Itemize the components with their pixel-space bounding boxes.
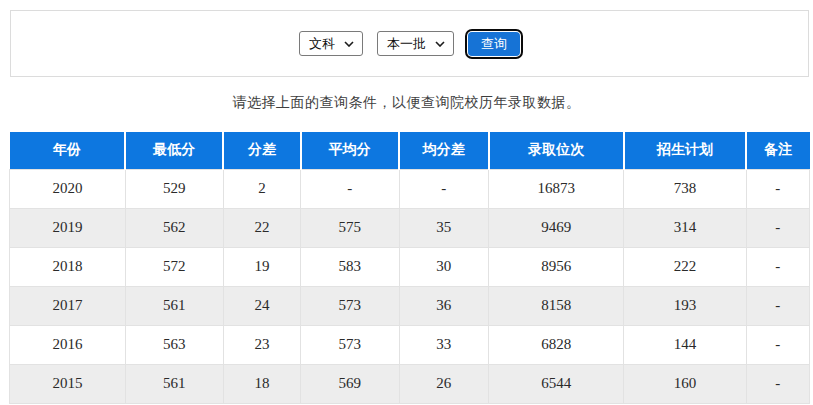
table-cell: 8956 xyxy=(489,247,624,286)
table-cell: 16873 xyxy=(489,169,624,208)
table-cell: 144 xyxy=(624,325,746,364)
table-cell: 2015 xyxy=(10,364,126,403)
table-row: 201956222575359469314- xyxy=(10,208,810,247)
results-table: 年份最低分分差平均分均分差录取位次招生计划备注 20205292--168737… xyxy=(9,132,810,404)
table-cell: 2016 xyxy=(10,325,126,364)
table-cell: 30 xyxy=(399,247,489,286)
table-row: 201556118569266544160- xyxy=(10,364,810,403)
table-cell: 738 xyxy=(624,169,746,208)
table-cell: 573 xyxy=(301,286,399,325)
table-cell: 193 xyxy=(624,286,746,325)
table-cell: 2019 xyxy=(10,208,126,247)
table-cell: - xyxy=(301,169,399,208)
table-header: 年份最低分分差平均分均分差录取位次招生计划备注 xyxy=(10,132,810,169)
table-cell: 573 xyxy=(301,325,399,364)
prompt-text: 请选择上面的查询条件，以便查询院校历年录取数据。 xyxy=(0,94,813,112)
table-cell: 35 xyxy=(399,208,489,247)
table-cell: 575 xyxy=(301,208,399,247)
table-cell: 563 xyxy=(125,325,223,364)
column-header: 备注 xyxy=(746,132,809,169)
table-cell: 562 xyxy=(125,208,223,247)
table-cell: 36 xyxy=(399,286,489,325)
table-cell: - xyxy=(399,169,489,208)
column-header: 均分差 xyxy=(399,132,489,169)
table-row: 201857219583308956222- xyxy=(10,247,810,286)
chevron-down-icon xyxy=(435,41,445,47)
column-header: 平均分 xyxy=(301,132,399,169)
column-header: 年份 xyxy=(10,132,126,169)
table-cell: 2017 xyxy=(10,286,126,325)
table-cell: 2 xyxy=(223,169,301,208)
table-cell: 33 xyxy=(399,325,489,364)
table-cell: 18 xyxy=(223,364,301,403)
table-row: 20205292--16873738- xyxy=(10,169,810,208)
table-cell: 160 xyxy=(624,364,746,403)
table-cell: - xyxy=(746,286,809,325)
table-cell: 23 xyxy=(223,325,301,364)
table-cell: - xyxy=(746,247,809,286)
table-cell: 583 xyxy=(301,247,399,286)
table-cell: 572 xyxy=(125,247,223,286)
table-cell: 569 xyxy=(301,364,399,403)
table-cell: 222 xyxy=(624,247,746,286)
subject-select-value: 文科 xyxy=(309,35,335,53)
table-cell: 22 xyxy=(223,208,301,247)
column-header: 招生计划 xyxy=(624,132,746,169)
subject-select[interactable]: 文科 xyxy=(299,31,363,56)
chevron-down-icon xyxy=(344,41,354,47)
table-cell: 9469 xyxy=(489,208,624,247)
table-cell: 2018 xyxy=(10,247,126,286)
table-row: 201756124573368158193- xyxy=(10,286,810,325)
table-cell: - xyxy=(746,325,809,364)
table-cell: 561 xyxy=(125,286,223,325)
batch-select-value: 本一批 xyxy=(387,35,426,53)
table-body: 20205292--16873738-201956222575359469314… xyxy=(10,169,810,403)
table-row: 201656323573336828144- xyxy=(10,325,810,364)
table-cell: 19 xyxy=(223,247,301,286)
query-button[interactable]: 查询 xyxy=(468,32,520,56)
table-cell: - xyxy=(746,208,809,247)
table-cell: 2020 xyxy=(10,169,126,208)
table-cell: - xyxy=(746,169,809,208)
batch-select[interactable]: 本一批 xyxy=(377,31,454,56)
column-header: 分差 xyxy=(223,132,301,169)
table-cell: 314 xyxy=(624,208,746,247)
table-cell: 561 xyxy=(125,364,223,403)
table-cell: 6544 xyxy=(489,364,624,403)
table-cell: 8158 xyxy=(489,286,624,325)
column-header: 录取位次 xyxy=(489,132,624,169)
query-panel: 文科 本一批 查询 xyxy=(10,10,809,77)
table-cell: 26 xyxy=(399,364,489,403)
column-header: 最低分 xyxy=(125,132,223,169)
table-header-row: 年份最低分分差平均分均分差录取位次招生计划备注 xyxy=(10,132,810,169)
table-cell: 529 xyxy=(125,169,223,208)
table-cell: 24 xyxy=(223,286,301,325)
table-cell: 6828 xyxy=(489,325,624,364)
table-cell: - xyxy=(746,364,809,403)
